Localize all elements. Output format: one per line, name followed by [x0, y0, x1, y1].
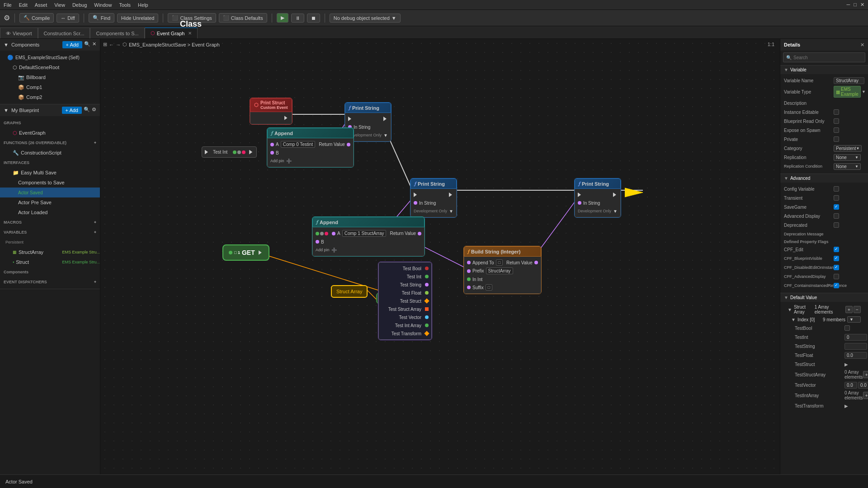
transient-checkbox[interactable]	[834, 195, 839, 201]
ss-testtransform-pin[interactable]	[424, 331, 429, 336]
close-icon[interactable]: ✕	[860, 2, 864, 8]
exec-out-pin[interactable]	[284, 116, 289, 120]
testtransform-expand-icon[interactable]: ▶	[844, 404, 848, 408]
members-dropdown[interactable]: ▼	[847, 316, 861, 323]
ss-teststructarray-pin[interactable]	[425, 307, 429, 311]
build-string-node[interactable]: 𝑓 Build String (Integer) Append To □ Ret…	[463, 246, 542, 294]
nav-home-icon[interactable]: ⊞	[103, 42, 107, 47]
variable-name-input[interactable]	[834, 77, 864, 84]
testvector-y-input[interactable]	[858, 382, 868, 389]
compile-button[interactable]: 🔨 Compile	[19, 13, 54, 23]
comp2-item[interactable]: 📦 Comp2	[0, 92, 100, 102]
details-search-input[interactable]	[793, 55, 862, 60]
add-variable-icon[interactable]: +	[94, 230, 100, 235]
ss-testvector-pin[interactable]	[425, 315, 429, 319]
testint-default-input[interactable]	[844, 334, 867, 341]
canvas-area[interactable]: ⊞ ← → ⬡ EMS_ExampleStructSave > Event Gr…	[100, 39, 780, 474]
array-add-button[interactable]: +	[845, 306, 853, 313]
ps2-exec-in[interactable]	[414, 192, 418, 197]
testintarray-add-button[interactable]: +	[863, 392, 868, 399]
ps1-exec-in[interactable]	[348, 117, 353, 121]
array-remove-button[interactable]: −	[854, 306, 861, 313]
append2-b-pin[interactable]	[316, 240, 319, 244]
teststructarray-add-button[interactable]: +	[863, 371, 868, 378]
variable-type-selector[interactable]: ▦ EMS Example ▼	[834, 86, 866, 98]
close-tab-icon[interactable]: ✕	[188, 31, 192, 36]
menu-help[interactable]: Help	[138, 2, 148, 8]
test-int-exec-in[interactable]	[205, 150, 209, 155]
config-variable-checkbox[interactable]	[834, 186, 839, 192]
menu-window[interactable]: Window	[94, 2, 112, 8]
expose-on-spawn-checkbox[interactable]	[834, 127, 839, 133]
add-dispatcher-icon[interactable]: +	[94, 280, 100, 284]
tab-construction[interactable]: Construction Scr...	[38, 28, 90, 38]
teststring-default-input[interactable]	[844, 343, 867, 350]
blueprint-read-only-checkbox[interactable]	[834, 118, 839, 124]
test-int-exec-out[interactable]	[249, 150, 254, 155]
test-int-node[interactable]: Test Int	[202, 146, 257, 158]
actor-saved-item[interactable]: Actor Saved	[0, 188, 100, 197]
add-function-icon[interactable]: +	[94, 141, 100, 145]
menu-asset[interactable]: Asset	[35, 2, 47, 8]
tab-event-graph[interactable]: ⬡ Event Graph ✕	[145, 28, 198, 38]
tab-components[interactable]: Components to S...	[90, 28, 144, 38]
menu-view[interactable]: View	[54, 2, 65, 8]
ss-teststring-pin[interactable]	[425, 283, 429, 286]
billboard-item[interactable]: 📷 Billboard	[0, 72, 100, 82]
save-game-checkbox[interactable]	[834, 204, 839, 210]
append2-addpin-icon[interactable]: ➕	[331, 248, 337, 253]
ss-teststruct-pin[interactable]	[424, 298, 429, 303]
menu-file[interactable]: File	[4, 2, 12, 8]
test-int-pin2[interactable]	[237, 150, 241, 154]
print-string-2-node[interactable]: 𝑓 Print String In String Development Onl	[410, 178, 457, 218]
get-out-pin[interactable]	[259, 250, 263, 255]
test-int-pin1[interactable]	[233, 150, 236, 154]
self-item[interactable]: 🔵 EMS_ExampleStructSave (Self)	[0, 52, 100, 62]
testbool-default-checkbox[interactable]	[844, 325, 850, 331]
variable-section-header[interactable]: ▼ Variable	[780, 65, 868, 74]
instance-editable-checkbox[interactable]	[834, 109, 839, 115]
append2-return-pin[interactable]	[418, 232, 421, 235]
append-1-node[interactable]: 𝑓 Append A Comp 0 Testint Return Value	[267, 127, 354, 168]
bs-inint-pin[interactable]	[467, 277, 471, 281]
var-type-chevron[interactable]: ▼	[862, 89, 866, 94]
close-details-icon[interactable]: ✕	[860, 42, 864, 48]
cpf-disabled-checkbox[interactable]	[834, 265, 839, 270]
class-defaults-button[interactable]: ⬛ Class Defaults	[219, 13, 267, 23]
ss-testintarray-pin[interactable]	[425, 324, 429, 327]
add-component-button[interactable]: + Add	[62, 41, 82, 48]
tab-viewport[interactable]: 👁 Viewport	[0, 28, 38, 38]
ps2-expand-icon[interactable]: ▼	[449, 209, 453, 214]
get-index-pin[interactable]	[229, 251, 232, 254]
construction-script-item[interactable]: 🔧 ConstructionScript	[0, 148, 100, 158]
maximize-icon[interactable]: □	[854, 2, 857, 8]
add-macro-icon[interactable]: +	[94, 220, 100, 225]
menu-edit[interactable]: Edit	[19, 2, 28, 8]
debug-object-selector[interactable]: No debug object selected ▼	[330, 14, 401, 23]
index-expand-icon[interactable]: ▼	[791, 317, 796, 322]
replication-dropdown[interactable]: None ▼	[834, 154, 861, 161]
append2-pin2[interactable]	[320, 232, 324, 235]
advanced-display-checkbox[interactable]	[834, 213, 839, 219]
ps3-exec-out[interactable]	[613, 192, 618, 197]
append1-addpin-icon[interactable]: ➕	[286, 159, 292, 164]
ps1-exec-out[interactable]	[383, 117, 388, 121]
ps3-expand-icon[interactable]: ▼	[613, 209, 618, 214]
my-blueprint-header[interactable]: ▼ My Blueprint + Add 🔍 ⚙	[0, 104, 100, 116]
append2-pin3[interactable]	[325, 232, 328, 235]
ps3-exec-in[interactable]	[578, 192, 582, 197]
event-graph-item[interactable]: ⬡ EventGraph	[0, 128, 100, 138]
ps1-expand-icon[interactable]: ▼	[383, 133, 388, 138]
ss-testint-pin[interactable]	[425, 275, 429, 278]
append-2-node[interactable]: 𝑓 Append A Comp 1 StructArray	[312, 216, 425, 257]
add-blueprint-button[interactable]: + Add	[62, 107, 82, 114]
bs-append-pin[interactable]	[467, 261, 471, 264]
search-components-icon[interactable]: 🔍	[84, 41, 90, 48]
components-to-save-item[interactable]: Components to Save	[0, 178, 100, 188]
close-components-icon[interactable]: ✕	[92, 41, 96, 48]
cpf-edit-checkbox[interactable]	[834, 247, 839, 252]
append2-pin1[interactable]	[316, 232, 319, 235]
menu-tools[interactable]: Tools	[119, 2, 131, 8]
ps3-in-string-pin[interactable]	[578, 201, 581, 205]
testfloat-default-input[interactable]	[844, 352, 867, 359]
